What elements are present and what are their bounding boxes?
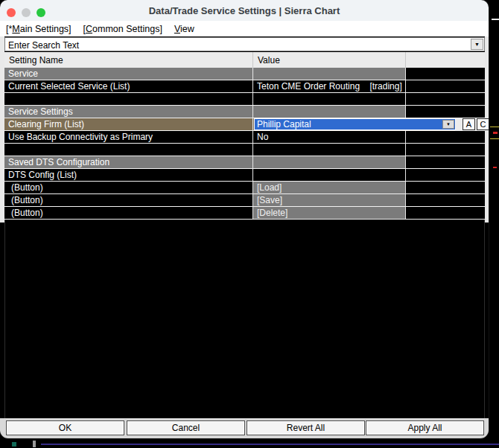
table-row-blank [4,93,485,106]
row-value [253,144,406,156]
table-row-section-saved-dts: Saved DTS Configuration [4,156,485,169]
column-header-value[interactable]: Value [253,52,406,68]
apply-all-button[interactable]: Apply All [366,420,484,435]
chart-bottom-line [41,444,499,445]
row-extra [406,194,485,206]
chart-fragment [492,19,499,20]
row-extra [406,207,485,219]
row-extra [406,93,485,105]
chart-fragment [493,167,497,168]
chart-fragment [493,132,498,134]
row-extra [406,156,485,168]
close-button[interactable] [7,8,16,17]
table-row-use-backup[interactable]: Use Backup Connectivity as Primary No [4,131,485,144]
window-title: Data/Trade Service Settings | Sierra Cha… [149,5,340,16]
row-name: (Button) [4,194,253,206]
minimize-button[interactable] [22,8,31,17]
row-value [253,68,406,80]
clearing-firm-dropdown-button[interactable]: ▼ [442,120,454,129]
row-extra [406,80,485,92]
table-row-current-service[interactable]: Current Selected Service (List) Teton CM… [4,80,485,93]
revert-all-button[interactable]: Revert All [247,420,365,435]
chart-fragment [490,138,499,139]
row-extra [406,169,485,181]
column-header-extra [406,52,485,68]
row-value [253,106,406,118]
table-row-clearing-firm[interactable]: Clearing Firm (List) Phillip Capital ▼ A… [4,118,485,131]
row-value [253,93,406,105]
menu-common-settings[interactable]: [Common Settings] [83,24,162,34]
table-row-section-service: Service [4,68,485,80]
table-row-blank [4,144,485,156]
table-header: Setting Name Value [4,52,485,68]
row-name: (Button) [4,182,253,193]
chart-fragment [12,442,16,447]
row-name: Service [4,68,253,80]
chart-fragment [33,441,36,447]
row-value[interactable]: No [253,131,406,143]
row-extra [406,68,485,80]
table-row-save-button[interactable]: (Button) [Save] [4,194,485,207]
menu-view[interactable]: View [174,24,194,34]
ok-button[interactable]: OK [6,420,124,435]
clearing-firm-c-button[interactable]: C [477,118,489,130]
menu-main-settings[interactable]: [*Main Settings] [6,24,71,34]
save-button[interactable]: [Save] [253,194,406,206]
row-name [4,144,253,156]
row-name [4,93,253,105]
row-name: Clearing Firm (List) [4,118,253,130]
footer-button-bar: OK Cancel Revert All Apply All [0,418,489,438]
chevron-down-icon: ▼ [474,42,480,47]
table-row-delete-button[interactable]: (Button) [Delete] [4,207,485,220]
search-dropdown-button[interactable]: ▼ [471,39,483,50]
chevron-down-icon: ▼ [446,122,451,127]
row-name: Service Settings [4,106,253,118]
row-name: (Button) [4,207,253,219]
row-extra [406,182,485,193]
row-name: Use Backup Connectivity as Primary [4,131,253,143]
table-row-dts-config[interactable]: DTS Config (List) [4,169,485,182]
row-extra [406,106,485,118]
row-value[interactable] [253,169,406,181]
row-name: DTS Config (List) [4,169,253,181]
screen: { "window": { "title": "Data/Trade Servi… [0,0,499,448]
titlebar[interactable]: Data/Trade Service Settings | Sierra Cha… [0,0,489,21]
delete-button[interactable]: [Delete] [253,207,406,219]
column-header-setting-name[interactable]: Setting Name [4,52,253,68]
zoom-button[interactable] [36,8,45,17]
clearing-firm-selected-value: Phillip Capital [257,119,311,129]
load-button[interactable]: [Load] [253,182,406,193]
cancel-button[interactable]: Cancel [127,420,245,435]
row-name: Current Selected Service (List) [4,80,253,92]
row-value [253,156,406,168]
clearing-firm-combo[interactable]: Phillip Capital ▼ [254,118,456,130]
settings-dialog: Data/Trade Service Settings | Sierra Cha… [0,0,489,438]
traffic-lights [7,8,45,17]
row-extra [406,131,485,143]
row-extra [406,144,485,156]
table-empty-area [4,220,485,418]
row-name: Saved DTS Configuration [4,156,253,168]
table-row-section-service-settings: Service Settings [4,106,485,118]
search-combo: ▼ [4,37,485,51]
clearing-firm-a-button[interactable]: A [463,118,475,130]
search-input[interactable] [5,38,470,51]
row-value[interactable]: Teton CME Order Routing [trading] [253,80,406,92]
menu-bar: [*Main Settings] [Common Settings] View [0,21,489,36]
chart-fragment [490,127,499,127]
table-row-load-button[interactable]: (Button) [Load] [4,182,485,194]
